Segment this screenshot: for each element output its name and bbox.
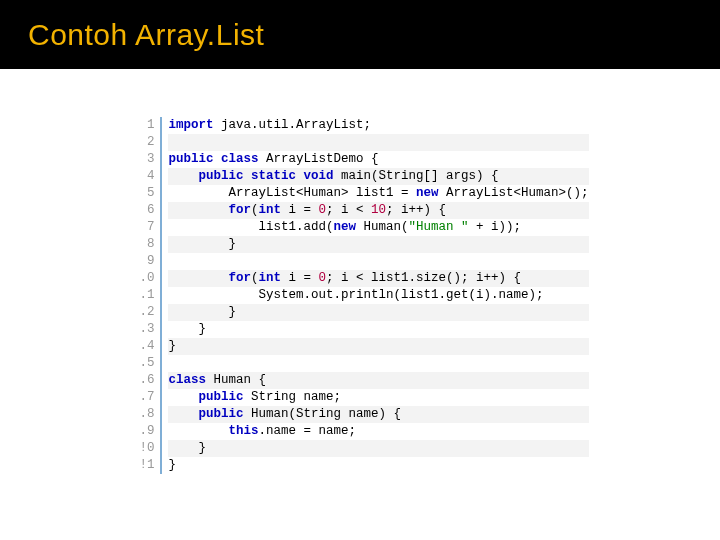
code-line: } [168, 440, 588, 457]
content-area: 1 2 3 4 5 6 7 8 9 .0 .1 .2 .3 .4 .5 .6 .… [0, 69, 720, 474]
code-block: 1 2 3 4 5 6 7 8 9 .0 .1 .2 .3 .4 .5 .6 .… [131, 117, 588, 474]
code-line: } [168, 236, 588, 253]
code-lines: import java.util.ArrayList; public class… [162, 117, 588, 474]
line-number: .0 [139, 270, 154, 287]
line-number: .2 [139, 304, 154, 321]
line-number: 6 [139, 202, 154, 219]
code-line: public Human(String name) { [168, 406, 588, 423]
line-number: 5 [139, 185, 154, 202]
line-number-gutter: 1 2 3 4 5 6 7 8 9 .0 .1 .2 .3 .4 .5 .6 .… [131, 117, 162, 474]
code-line [168, 355, 588, 372]
code-line: import java.util.ArrayList; [168, 117, 588, 134]
line-number: 7 [139, 219, 154, 236]
slide-title: Contoh Array.List [28, 18, 264, 51]
line-number: 4 [139, 168, 154, 185]
code-line: for(int i = 0; i < 10; i++) { [168, 202, 588, 219]
code-line: ArrayList<Human> list1 = new ArrayList<H… [168, 185, 588, 202]
code-line: } [168, 457, 588, 474]
line-number: 8 [139, 236, 154, 253]
line-number: .5 [139, 355, 154, 372]
code-line: for(int i = 0; i < list1.size(); i++) { [168, 270, 588, 287]
code-line: } [168, 338, 588, 355]
line-number: .6 [139, 372, 154, 389]
line-number: .9 [139, 423, 154, 440]
line-number: 1 [139, 117, 154, 134]
code-line: public static void main(String[] args) { [168, 168, 588, 185]
code-line [168, 134, 588, 151]
title-band: Contoh Array.List [0, 0, 720, 67]
code-line [168, 253, 588, 270]
line-number: 3 [139, 151, 154, 168]
line-number: 9 [139, 253, 154, 270]
slide: Contoh Array.List 1 2 3 4 5 6 7 8 9 .0 .… [0, 0, 720, 540]
code-line: class Human { [168, 372, 588, 389]
code-line: this.name = name; [168, 423, 588, 440]
code-line: } [168, 304, 588, 321]
line-number: .4 [139, 338, 154, 355]
line-number: .7 [139, 389, 154, 406]
code-line: public class ArrayListDemo { [168, 151, 588, 168]
line-number: !1 [139, 457, 154, 474]
line-number: 2 [139, 134, 154, 151]
code-line: list1.add(new Human("Human " + i)); [168, 219, 588, 236]
line-number: !0 [139, 440, 154, 457]
line-number: .1 [139, 287, 154, 304]
code-line: } [168, 321, 588, 338]
code-line: System.out.println(list1.get(i).name); [168, 287, 588, 304]
line-number: .3 [139, 321, 154, 338]
code-line: public String name; [168, 389, 588, 406]
line-number: .8 [139, 406, 154, 423]
